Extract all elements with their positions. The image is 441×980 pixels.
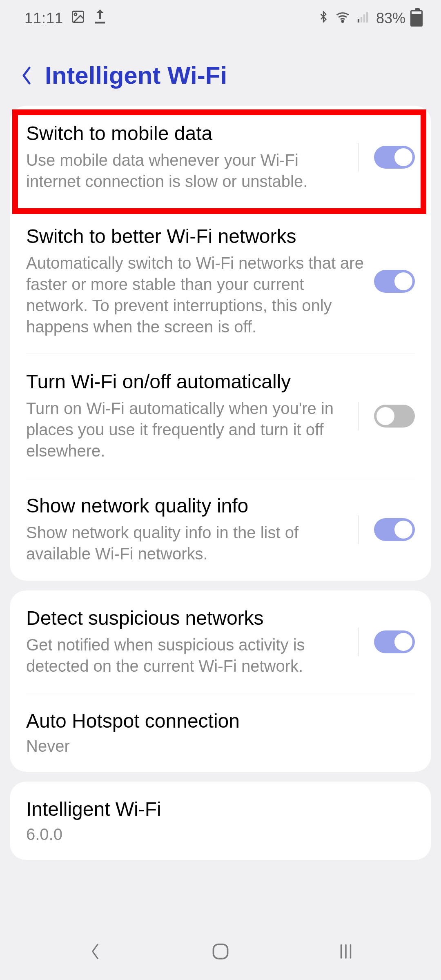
battery-icon [410,10,423,27]
svg-rect-6 [363,14,365,22]
svg-point-1 [74,13,77,16]
status-time: 11:11 [24,10,63,27]
toggle-switch-better-wifi[interactable] [374,270,415,293]
item-value: 6.0.0 [26,825,415,844]
item-auto-hotspot[interactable]: Auto Hotspot connection Never [10,693,431,772]
upload-icon [93,8,107,29]
item-title: Auto Hotspot connection [26,710,415,732]
item-title: Switch to better Wi-Fi networks [26,225,366,247]
status-bar: 11:11 83% [0,0,441,37]
separator [358,402,359,430]
item-title: Detect suspicious networks [26,607,345,629]
status-left: 11:11 [24,8,107,29]
toggle-auto-wifi-onoff[interactable] [374,405,415,428]
item-title: Turn Wi-Fi on/off automatically [26,370,345,393]
item-desc: Turn on Wi-Fi automatically when you're … [26,398,345,461]
toggle-network-quality[interactable] [374,518,415,541]
settings-card-3: Intelligent Wi-Fi 6.0.0 [10,782,431,860]
page-title: Intelligent Wi-Fi [45,61,227,89]
toggle-detect-suspicious[interactable] [374,630,415,653]
signal-icon [356,10,371,27]
toggle-switch-mobile-data[interactable] [374,146,415,169]
header: Intelligent Wi-Fi [0,37,441,106]
svg-rect-2 [95,22,105,24]
settings-card-1: Switch to mobile data Use mobile data wh… [10,106,431,581]
svg-rect-8 [213,944,227,959]
nav-recents-button[interactable] [334,939,358,964]
item-network-quality[interactable]: Show network quality info Show network q… [10,478,431,581]
svg-point-3 [342,20,343,22]
separator [358,515,359,544]
bluetooth-icon [317,9,330,28]
svg-rect-5 [361,17,362,22]
svg-rect-4 [358,19,359,22]
item-detect-suspicious[interactable]: Detect suspicious networks Get notified … [10,590,431,693]
item-desc: Show network quality info in the list of… [26,522,345,564]
battery-percent: 83% [376,10,405,27]
item-desc: Get notified when suspicious activity is… [26,634,345,677]
item-intelligent-wifi-version[interactable]: Intelligent Wi-Fi 6.0.0 [10,782,431,860]
status-right: 83% [317,9,423,28]
image-icon [71,9,85,28]
wifi-icon [334,10,351,27]
nav-home-button[interactable] [208,939,233,964]
item-desc: Use mobile data whenever your Wi-Fi inte… [26,149,345,192]
item-auto-wifi-onoff[interactable]: Turn Wi-Fi on/off automatically Turn on … [10,354,431,478]
nav-back-button[interactable] [83,939,107,964]
item-title: Show network quality info [26,494,345,517]
item-switch-better-wifi[interactable]: Switch to better Wi-Fi networks Automati… [10,209,431,354]
item-title: Switch to mobile data [26,122,345,145]
settings-card-2: Detect suspicious networks Get notified … [10,590,431,772]
item-title: Intelligent Wi-Fi [26,798,415,820]
separator [358,143,359,172]
navigation-bar [0,923,441,980]
item-switch-mobile-data[interactable]: Switch to mobile data Use mobile data wh… [10,106,431,208]
separator [358,628,359,656]
svg-rect-7 [366,12,368,22]
item-desc: Automatically switch to Wi-Fi networks t… [26,252,366,337]
item-value: Never [26,737,415,755]
back-button[interactable] [20,66,33,85]
